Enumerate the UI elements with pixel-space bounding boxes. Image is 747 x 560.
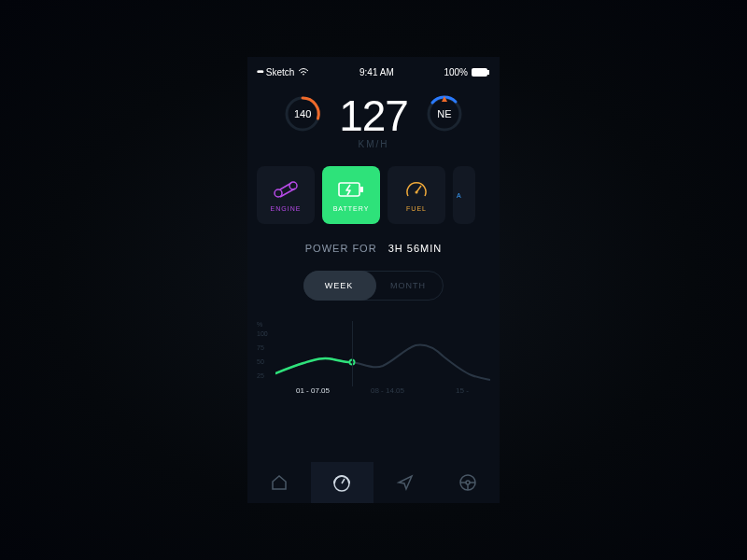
svg-rect-1 — [487, 70, 489, 75]
toggle-month[interactable]: MONTH — [374, 272, 443, 300]
period-2[interactable]: 15 - — [425, 386, 500, 395]
bottom-nav — [247, 462, 500, 503]
nav-home[interactable] — [247, 462, 311, 503]
tile-engine[interactable]: ENGINE — [257, 166, 315, 224]
compass-value: NE — [425, 94, 464, 133]
chart-periods: 01 - 07.05 08 - 14.05 15 - — [275, 386, 500, 395]
svg-rect-0 — [472, 68, 487, 77]
svg-rect-7 — [360, 187, 363, 192]
nav-navigate[interactable] — [374, 462, 437, 503]
battery-percent: 100% — [444, 67, 468, 77]
power-label: POWER FOR — [305, 243, 377, 254]
svg-point-9 — [416, 190, 418, 193]
signal-dots-icon: ••••• — [257, 67, 262, 77]
phone-frame: ••••• Sketch 9:41 AM 100% 14 — [247, 57, 500, 503]
home-icon — [270, 473, 289, 492]
power-value: 3H 56MIN — [388, 243, 443, 254]
tile-battery-label: BATTERY — [333, 205, 370, 212]
steering-wheel-icon — [458, 473, 477, 492]
nav-dashboard[interactable] — [311, 462, 374, 503]
chart-area: % 100 75 50 25 01 - 07.05 08 - 14 — [247, 321, 500, 401]
tile-engine-label: ENGINE — [271, 205, 302, 212]
fuel-gauge-icon — [405, 179, 428, 200]
speedometer: 127 KM/H — [339, 94, 408, 149]
range-toggle: WEEK MONTH — [303, 271, 444, 301]
battery-icon — [472, 68, 490, 77]
navigate-icon — [396, 473, 415, 492]
svg-point-15 — [466, 481, 470, 484]
nav-wheel[interactable] — [437, 462, 500, 503]
chart-plot — [275, 329, 490, 385]
header-gauges: 140 127 KM/H NE — [247, 81, 500, 153]
battery-charge-icon — [338, 179, 364, 200]
gauge-left-value: 140 — [283, 94, 322, 133]
tile-extra[interactable]: A — [453, 166, 475, 224]
tile-extra-label: A — [457, 192, 462, 199]
status-bar: ••••• Sketch 9:41 AM 100% — [247, 57, 500, 81]
tile-fuel[interactable]: FUEL — [388, 166, 445, 224]
speed-value: 127 — [339, 94, 408, 137]
chart-divider — [352, 321, 353, 386]
power-line: POWER FOR 3H 56MIN — [247, 243, 500, 254]
speed-unit: KM/H — [339, 139, 408, 149]
chart-y-labels: % 100 75 50 25 — [257, 321, 268, 386]
compass-gauge: NE — [425, 94, 464, 133]
tile-battery[interactable]: BATTERY — [322, 166, 380, 224]
category-tiles: ENGINE BATTERY FUEL — [247, 153, 500, 224]
dashboard-icon — [331, 473, 352, 492]
svg-line-13 — [342, 479, 345, 483]
wifi-icon — [298, 68, 309, 77]
engine-icon — [274, 179, 298, 200]
gauge-left: 140 — [283, 94, 322, 133]
tile-fuel-label: FUEL — [406, 205, 427, 212]
clock: 9:41 AM — [359, 67, 394, 77]
period-1[interactable]: 08 - 14.05 — [350, 386, 425, 395]
toggle-week[interactable]: WEEK — [304, 272, 374, 300]
carrier-label: Sketch — [266, 67, 295, 77]
period-0[interactable]: 01 - 07.05 — [275, 386, 350, 395]
